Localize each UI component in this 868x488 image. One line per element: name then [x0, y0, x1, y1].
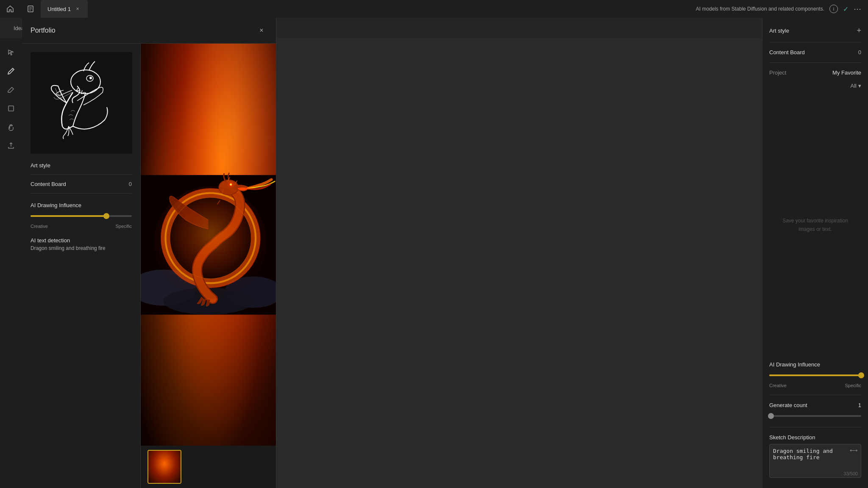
- info-icon[interactable]: i: [829, 5, 838, 13]
- ai-drawing-label: AI Drawing Influence: [31, 202, 132, 208]
- ai-drawing-slider[interactable]: [31, 212, 132, 220]
- generate-count-row: Generate count 1: [769, 402, 861, 408]
- sidebar-tool-hand[interactable]: [3, 119, 19, 135]
- svg-point-11: [71, 70, 100, 94]
- active-tab[interactable]: Untitled 1 ×: [41, 0, 88, 18]
- svg-point-29: [154, 186, 267, 299]
- svg-point-26: [231, 184, 231, 185]
- content-board-row: Content Board 0: [31, 181, 132, 187]
- art-style-label: Art style: [769, 28, 789, 34]
- portfolio-title: Portfolio: [31, 27, 56, 34]
- sketch-preview: [31, 52, 132, 154]
- ai-info-text: AI models from Stable Diffusion and rela…: [696, 6, 824, 12]
- ai-text-value: Dragon smiling and breathing fire: [31, 245, 132, 251]
- sketch-description-section: Sketch Description ⟷ 33/500: [769, 434, 861, 480]
- main-image-area: [141, 44, 276, 446]
- titlebar: Untitled 1 × AI models from Stable Diffu…: [0, 0, 868, 18]
- art-style-row: Art style: [31, 162, 132, 169]
- generate-count-label: Generate count: [769, 402, 807, 408]
- content-board-row: Content Board 0: [769, 49, 861, 55]
- right-slider-specific: Specific: [845, 383, 861, 388]
- sidebar-tool-pen[interactable]: [3, 64, 19, 79]
- content-board-label: Content Board: [769, 49, 805, 55]
- content-board-value: 0: [858, 49, 861, 55]
- generate-count-section: Generate count 1: [769, 402, 861, 420]
- ai-drawing-right: AI Drawing Influence Creative Specific: [769, 361, 861, 388]
- expand-icon[interactable]: ⟷: [850, 447, 858, 454]
- art-style-row: Art style +: [769, 26, 861, 35]
- slider-specific-label: Specific: [115, 224, 132, 229]
- char-count: 33/500: [843, 471, 858, 476]
- right-slider-creative: Creative: [769, 383, 787, 388]
- tab-title: Untitled 1: [47, 6, 71, 12]
- sidebar-tool-shape[interactable]: [3, 101, 19, 116]
- check-icon: ✓: [843, 5, 849, 13]
- project-label: Project: [769, 69, 786, 76]
- slider-creative-label: Creative: [31, 224, 48, 229]
- divider1: [769, 42, 861, 42]
- sidebar-tool-eraser[interactable]: [3, 82, 19, 97]
- book-button[interactable]: [20, 0, 41, 18]
- generate-count-slider[interactable]: [769, 412, 861, 420]
- generate-count-value: 1: [858, 402, 861, 408]
- all-label: All: [851, 83, 857, 89]
- dragon-generated-image: [141, 44, 276, 446]
- ai-drawing-right-label: AI Drawing Influence: [769, 361, 861, 368]
- svg-rect-10: [8, 106, 14, 111]
- ai-text-section: AI text detection Dragon smiling and bre…: [31, 237, 132, 251]
- ai-text-detection-label: AI text detection: [31, 237, 132, 244]
- sidebar-tool-export[interactable]: [3, 138, 19, 153]
- content-board-value: 0: [129, 181, 132, 187]
- sketch-desc-wrapper: ⟷ 33/500: [769, 444, 861, 480]
- titlebar-info: AI models from Stable Diffusion and rela…: [696, 4, 868, 14]
- save-inspiration-area: Save your favorite inspiration images or…: [769, 96, 861, 355]
- svg-line-9: [12, 69, 13, 70]
- portfolio-close-button[interactable]: ×: [256, 25, 267, 36]
- thumbnail-dragon-image: [148, 451, 181, 483]
- dropdown-icon: ▾: [858, 83, 861, 89]
- thumbnail-strip: [141, 446, 276, 488]
- sketch-desc-label: Sketch Description: [769, 434, 861, 441]
- save-inspiration-line2: images or text.: [798, 225, 832, 233]
- save-inspiration-line1: Save your favorite inspiration: [782, 217, 848, 225]
- all-dropdown[interactable]: All ▾: [769, 83, 861, 89]
- portfolio-header: Portfolio ×: [22, 18, 276, 44]
- divider2: [31, 193, 132, 194]
- ai-drawing-right-slider[interactable]: [769, 371, 861, 380]
- divider2: [769, 62, 861, 63]
- divider: [31, 175, 132, 175]
- portfolio-left-panel: Art style Content Board 0 AI Drawing Inf…: [22, 44, 141, 488]
- left-sidebar: [0, 38, 22, 488]
- thumbnail-item[interactable]: [147, 450, 181, 484]
- sidebar-tool-select[interactable]: [3, 45, 19, 60]
- home-button[interactable]: [0, 0, 20, 18]
- ai-drawing-slider-labels: Creative Specific: [769, 383, 861, 388]
- art-style-add-button[interactable]: +: [857, 26, 861, 35]
- divider3: [769, 395, 861, 395]
- portfolio-content: Art style Content Board 0 AI Drawing Inf…: [22, 44, 276, 488]
- portfolio-right-panel: [141, 44, 276, 488]
- divider4: [769, 427, 861, 427]
- project-row: Project My Favorite: [769, 69, 861, 76]
- project-value: My Favorite: [832, 69, 861, 76]
- more-options-icon[interactable]: ⋯: [854, 4, 861, 14]
- tab-close-button[interactable]: ×: [74, 6, 81, 12]
- content-board-label: Content Board: [31, 181, 66, 187]
- right-ai-panel: Art style + Content Board 0 Project My F…: [762, 18, 868, 488]
- slider-labels: Creative Specific: [31, 224, 132, 229]
- portfolio-modal: Portfolio ×: [22, 18, 276, 488]
- portfolio-meta: Art style Content Board 0: [31, 162, 132, 194]
- ai-drawing-section: AI Drawing Influence Creative Specific: [31, 202, 132, 229]
- art-style-label: Art style: [31, 162, 50, 169]
- svg-point-13: [89, 77, 92, 79]
